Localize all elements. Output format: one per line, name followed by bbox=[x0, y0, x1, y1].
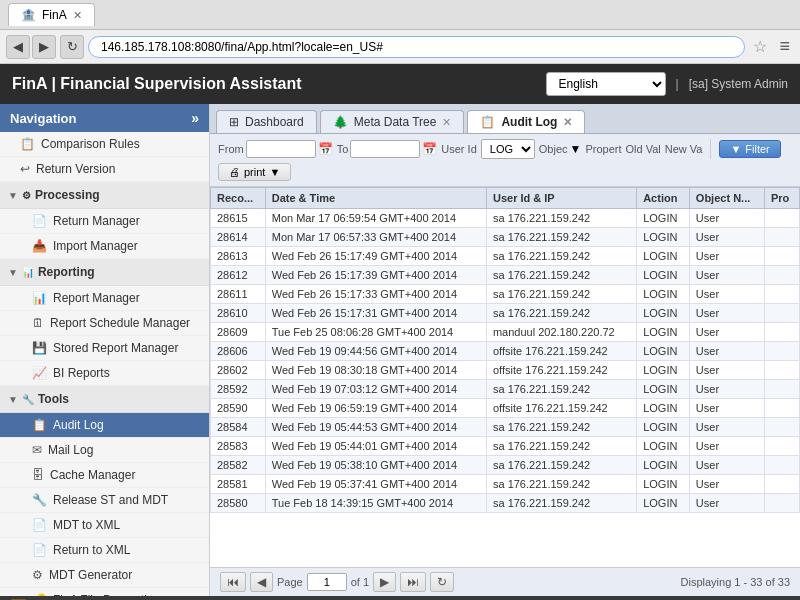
sidebar-item-report-manager[interactable]: 📊 Report Manager bbox=[0, 286, 209, 311]
sidebar-section-processing[interactable]: ▼ ⚙ Processing bbox=[0, 182, 209, 209]
table-row[interactable]: 28592 Wed Feb 19 07:03:12 GMT+400 2014 s… bbox=[211, 380, 800, 399]
address-bar: ◀ ▶ ↻ ☆ ≡ bbox=[0, 30, 800, 64]
tab-audit-log[interactable]: 📋 Audit Log ✕ bbox=[467, 110, 585, 133]
cell-object: User bbox=[689, 266, 764, 285]
content-area: ⊞ Dashboard 🌲 Meta Data Tree ✕ 📋 Audit L… bbox=[210, 104, 800, 596]
table-row[interactable]: 28609 Tue Feb 25 08:06:28 GMT+400 2014 m… bbox=[211, 323, 800, 342]
back-button[interactable]: ◀ bbox=[6, 35, 30, 59]
to-label: To bbox=[337, 143, 349, 155]
log-select[interactable]: LOG bbox=[481, 139, 535, 159]
table-row[interactable]: 28614 Mon Mar 17 06:57:33 GMT+400 2014 s… bbox=[211, 228, 800, 247]
sidebar-item-label: Release ST and MDT bbox=[53, 493, 168, 507]
return-xml-icon: 📄 bbox=[32, 543, 47, 557]
from-calendar-icon[interactable]: 📅 bbox=[318, 142, 333, 156]
cell-record: 28609 bbox=[211, 323, 266, 342]
of-label: of 1 bbox=[351, 576, 369, 588]
table-row[interactable]: 28612 Wed Feb 26 15:17:39 GMT+400 2014 s… bbox=[211, 266, 800, 285]
sidebar-section-reporting[interactable]: ▼ 📊 Reporting bbox=[0, 259, 209, 286]
table-row[interactable]: 28583 Wed Feb 19 05:44:01 GMT+400 2014 s… bbox=[211, 437, 800, 456]
from-input[interactable] bbox=[246, 140, 316, 158]
sidebar-item-audit-log[interactable]: 📋 Audit Log bbox=[0, 413, 209, 438]
sidebar-item-mdt-generator[interactable]: ⚙ MDT Generator bbox=[0, 563, 209, 588]
sidebar-item-label: MDT Generator bbox=[49, 568, 132, 582]
sidebar-item-mail-log[interactable]: ✉ Mail Log bbox=[0, 438, 209, 463]
toolbar: From 📅 To 📅 User Id LOG Objec ▼ Propert bbox=[210, 134, 800, 187]
print-label: print bbox=[244, 166, 265, 178]
cell-datetime: Wed Feb 19 05:37:41 GMT+400 2014 bbox=[265, 475, 486, 494]
language-select[interactable]: English bbox=[546, 72, 666, 96]
sidebar-item-stored-report-manager[interactable]: 💾 Stored Report Manager bbox=[0, 336, 209, 361]
sidebar-item-return-to-xml[interactable]: 📄 Return to XML bbox=[0, 538, 209, 563]
sidebar-item-return-manager[interactable]: 📄 Return Manager bbox=[0, 209, 209, 234]
sidebar-item-release-st-mdt[interactable]: 🔧 Release ST and MDT bbox=[0, 488, 209, 513]
user-id-field: User Id bbox=[441, 143, 476, 155]
cell-object: User bbox=[689, 342, 764, 361]
sidebar-item-mdt-to-xml[interactable]: 📄 MDT to XML bbox=[0, 513, 209, 538]
mail-log-icon: ✉ bbox=[32, 443, 42, 457]
audit-log-tab-close[interactable]: ✕ bbox=[563, 116, 572, 129]
sidebar-item-return-version[interactable]: ↩ Return Version bbox=[0, 157, 209, 182]
to-calendar-icon[interactable]: 📅 bbox=[422, 142, 437, 156]
table-row[interactable]: 28584 Wed Feb 19 05:44:53 GMT+400 2014 s… bbox=[211, 418, 800, 437]
data-table-wrapper: Reco... Date & Time User Id & IP Action … bbox=[210, 187, 800, 567]
sidebar-item-bi-reports[interactable]: 📈 BI Reports bbox=[0, 361, 209, 386]
meta-data-tab-close[interactable]: ✕ bbox=[442, 116, 451, 129]
reload-button[interactable]: ↻ bbox=[60, 35, 84, 59]
sidebar-item-label: Return Manager bbox=[53, 214, 140, 228]
forward-button[interactable]: ▶ bbox=[32, 35, 56, 59]
cell-prop bbox=[765, 361, 800, 380]
sidebar-item-comparison-rules[interactable]: 📋 Comparison Rules bbox=[0, 132, 209, 157]
from-label: From bbox=[218, 143, 244, 155]
chrome-menu-icon[interactable]: ≡ bbox=[775, 36, 794, 57]
sidebar-collapse-button[interactable]: » bbox=[191, 110, 199, 126]
tab-meta-data-tree[interactable]: 🌲 Meta Data Tree ✕ bbox=[320, 110, 465, 133]
cell-user-ip: sa 176.221.159.242 bbox=[486, 437, 636, 456]
cell-prop bbox=[765, 437, 800, 456]
to-input[interactable] bbox=[350, 140, 420, 158]
print-button[interactable]: 🖨 print ▼ bbox=[218, 163, 291, 181]
table-row[interactable]: 28611 Wed Feb 26 15:17:33 GMT+400 2014 s… bbox=[211, 285, 800, 304]
last-page-button[interactable]: ⏭ bbox=[400, 572, 426, 592]
prev-page-button[interactable]: ◀ bbox=[250, 572, 273, 592]
browser-tab-close[interactable]: ✕ bbox=[73, 9, 82, 22]
tab-dashboard[interactable]: ⊞ Dashboard bbox=[216, 110, 317, 133]
processing-section-icon: ⚙ bbox=[22, 190, 31, 201]
cell-action: LOGIN bbox=[637, 285, 690, 304]
print-icon: 🖨 bbox=[229, 166, 240, 178]
refresh-button[interactable]: ↻ bbox=[430, 572, 454, 592]
report-schedule-icon: 🗓 bbox=[32, 316, 44, 330]
sidebar-item-label: Mail Log bbox=[48, 443, 93, 457]
sidebar-item-report-schedule-manager[interactable]: 🗓 Report Schedule Manager bbox=[0, 311, 209, 336]
cell-object: User bbox=[689, 399, 764, 418]
table-row[interactable]: 28602 Wed Feb 19 08:30:18 GMT+400 2014 o… bbox=[211, 361, 800, 380]
bookmark-icon[interactable]: ☆ bbox=[749, 37, 771, 56]
sidebar-item-label: Report Manager bbox=[53, 291, 140, 305]
object-label: Objec bbox=[539, 143, 568, 155]
page-input[interactable] bbox=[307, 573, 347, 591]
sidebar-item-import-manager[interactable]: 📥 Import Manager bbox=[0, 234, 209, 259]
table-row[interactable]: 28590 Wed Feb 19 06:59:19 GMT+400 2014 o… bbox=[211, 399, 800, 418]
table-row[interactable]: 28606 Wed Feb 19 09:44:56 GMT+400 2014 o… bbox=[211, 342, 800, 361]
table-row[interactable]: 28613 Wed Feb 26 15:17:49 GMT+400 2014 s… bbox=[211, 247, 800, 266]
cell-user-ip: sa 176.221.159.242 bbox=[486, 228, 636, 247]
browser-tab-title: FinA bbox=[42, 8, 67, 22]
sidebar-item-label: Stored Report Manager bbox=[53, 341, 178, 355]
table-row[interactable]: 28581 Wed Feb 19 05:37:41 GMT+400 2014 s… bbox=[211, 475, 800, 494]
next-page-button[interactable]: ▶ bbox=[373, 572, 396, 592]
first-page-button[interactable]: ⏮ bbox=[220, 572, 246, 592]
cell-action: LOGIN bbox=[637, 456, 690, 475]
browser-tab[interactable]: 🏦 FinA ✕ bbox=[8, 3, 95, 26]
table-row[interactable]: 28580 Tue Feb 18 14:39:15 GMT+400 2014 s… bbox=[211, 494, 800, 513]
cell-record: 28602 bbox=[211, 361, 266, 380]
sidebar-item-cache-manager[interactable]: 🗄 Cache Manager bbox=[0, 463, 209, 488]
table-row[interactable]: 28615 Mon Mar 17 06:59:54 GMT+400 2014 s… bbox=[211, 209, 800, 228]
sidebar-section-tools[interactable]: ▼ 🔧 Tools bbox=[0, 386, 209, 413]
filter-button[interactable]: ▼ Filter bbox=[719, 140, 780, 158]
sidebar-item-label: FinA File Decryption bbox=[53, 593, 160, 596]
table-row[interactable]: 28610 Wed Feb 26 15:17:31 GMT+400 2014 s… bbox=[211, 304, 800, 323]
object-dropdown-icon[interactable]: ▼ bbox=[570, 142, 582, 156]
table-row[interactable]: 28582 Wed Feb 19 05:38:10 GMT+400 2014 s… bbox=[211, 456, 800, 475]
url-bar[interactable] bbox=[88, 36, 745, 58]
cell-object: User bbox=[689, 228, 764, 247]
sidebar-item-fina-file-decryption[interactable]: 🔑 FinA File Decryption bbox=[0, 588, 209, 596]
